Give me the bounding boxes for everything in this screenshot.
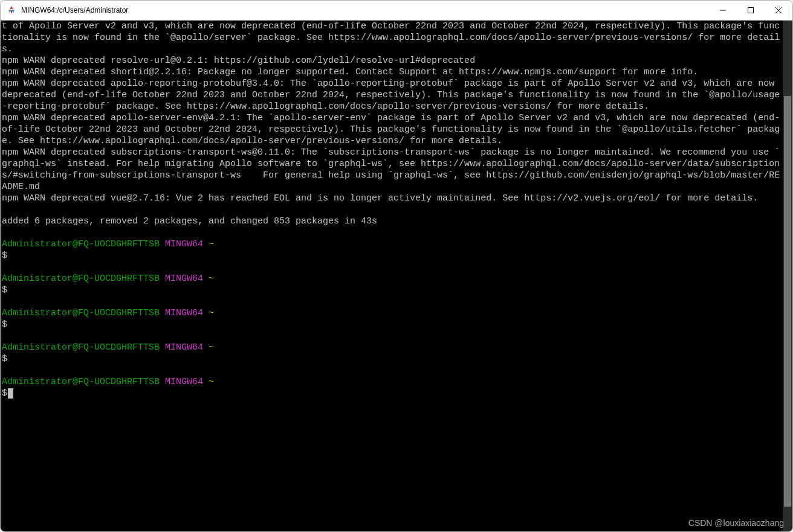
prompt-path: ~: [209, 308, 214, 318]
prompt-env: MINGW64: [165, 274, 203, 284]
svg-marker-0: [10, 6, 13, 9]
prompt-user-host: Administrator@FQ-UOCDGHRFTTSB: [2, 377, 160, 387]
prompt-symbol: $: [2, 319, 7, 330]
terminal-output[interactable]: t of Apollo Server v2 and v3, which are …: [1, 21, 783, 531]
svg-marker-2: [12, 10, 15, 13]
minimize-button[interactable]: [709, 1, 737, 20]
prompt-env: MINGW64: [165, 342, 203, 353]
npm-warn-line: npm WARN deprecated subscriptions-transp…: [2, 147, 780, 192]
app-icon: [7, 5, 16, 15]
npm-warn-line: npm WARN deprecated apollo-server-env@4.…: [2, 113, 780, 146]
close-button[interactable]: [765, 1, 792, 20]
prompt-user-host: Administrator@FQ-UOCDGHRFTTSB: [2, 308, 160, 318]
scrollbar-vertical[interactable]: [783, 21, 792, 531]
prompt-symbol: $: [2, 388, 7, 399]
prompt-path: ~: [209, 342, 214, 353]
scroll-thumb[interactable]: [784, 96, 791, 507]
terminal-window: MINGW64:/c/Users/Administrator t of Apol…: [0, 0, 793, 532]
prompt-env: MINGW64: [165, 377, 203, 387]
prompt-user-host: Administrator@FQ-UOCDGHRFTTSB: [2, 274, 160, 284]
prompt-path: ~: [209, 377, 214, 387]
svg-marker-1: [8, 10, 11, 13]
titlebar[interactable]: MINGW64:/c/Users/Administrator: [1, 1, 792, 21]
prompt-env: MINGW64: [165, 239, 203, 249]
npm-warn-line: npm WARN deprecated resolve-url@0.2.1: h…: [2, 56, 475, 66]
maximize-button[interactable]: [737, 1, 765, 20]
prompt-user-host: Administrator@FQ-UOCDGHRFTTSB: [2, 239, 160, 249]
terminal-area[interactable]: t of Apollo Server v2 and v3, which are …: [1, 21, 792, 531]
cursor: [8, 388, 13, 399]
window-title: MINGW64:/c/Users/Administrator: [21, 6, 128, 14]
svg-rect-5: [748, 8, 754, 13]
npm-warn-line: npm WARN deprecated vue@2.7.16: Vue 2 ha…: [2, 193, 758, 204]
prompt-env: MINGW64: [165, 308, 203, 318]
prompt-path: ~: [209, 239, 214, 249]
prompt-path: ~: [209, 274, 214, 284]
prompt-symbol: $: [2, 251, 7, 261]
svg-marker-3: [10, 10, 13, 14]
prompt-symbol: $: [2, 285, 7, 295]
npm-summary-line: added 6 packages, removed 2 packages, an…: [2, 216, 377, 226]
npm-warn-line: npm WARN deprecated apollo-reporting-pro…: [2, 79, 780, 112]
npm-warn-line: npm WARN deprecated shortid@2.2.16: Pack…: [2, 67, 698, 77]
prompt-user-host: Administrator@FQ-UOCDGHRFTTSB: [2, 342, 160, 353]
npm-warn-line: t of Apollo Server v2 and v3, which are …: [2, 21, 780, 54]
prompt-symbol: $: [2, 354, 7, 364]
